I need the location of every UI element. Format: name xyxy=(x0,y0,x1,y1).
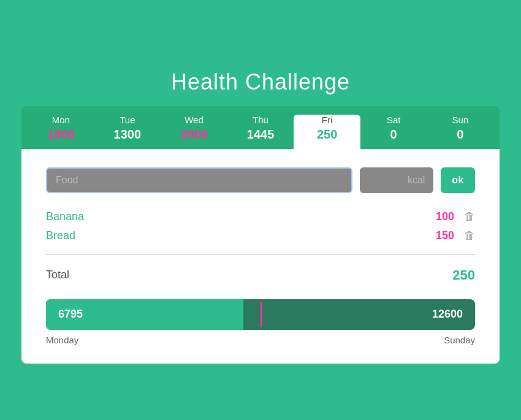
day-name: Thu xyxy=(227,115,294,125)
day-calories: 1445 xyxy=(227,128,294,142)
trash-icon[interactable]: 🗑 xyxy=(464,229,475,242)
day-calories: 0 xyxy=(360,128,427,142)
food-item-row: Banana100🗑 xyxy=(46,210,475,223)
app-title: Health Challenge xyxy=(21,57,500,106)
food-item-right: 150🗑 xyxy=(436,229,475,242)
progress-target-label: 12600 xyxy=(432,308,463,321)
food-item-name: Banana xyxy=(46,210,84,223)
day-name: Sun xyxy=(427,115,493,125)
day-item-wed[interactable]: Wed2000 xyxy=(161,115,227,149)
day-item-thu[interactable]: Thu1445 xyxy=(227,115,294,149)
total-row: Total 250 xyxy=(46,267,475,283)
main-content: ok Banana100🗑Bread150🗑 Total 250 6795126… xyxy=(21,149,500,364)
day-item-mon[interactable]: Mon1800 xyxy=(28,115,94,149)
day-calories: 2000 xyxy=(161,128,227,142)
food-item-kcal: 100 xyxy=(436,210,454,223)
divider xyxy=(46,254,475,255)
trash-icon[interactable]: 🗑 xyxy=(464,210,475,223)
day-item-fri[interactable]: Fri250 xyxy=(294,115,360,149)
day-calories: 1800 xyxy=(28,128,94,142)
week-start-label: Monday xyxy=(46,335,78,345)
day-name: Wed xyxy=(161,115,227,125)
progress-bar: 679512600 xyxy=(46,299,475,330)
kcal-input[interactable] xyxy=(360,167,433,193)
total-value: 250 xyxy=(452,267,475,283)
food-item-name: Bread xyxy=(46,229,75,242)
progress-marker xyxy=(260,302,262,327)
food-list: Banana100🗑Bread150🗑 xyxy=(46,210,475,242)
day-calories: 250 xyxy=(294,128,360,142)
day-item-sat[interactable]: Sat0 xyxy=(360,115,427,149)
day-calories: 0 xyxy=(427,128,493,142)
day-item-tue[interactable]: Tue1300 xyxy=(94,115,161,149)
food-item-row: Bread150🗑 xyxy=(46,229,475,242)
food-item-kcal: 150 xyxy=(436,229,454,242)
food-item-right: 100🗑 xyxy=(436,210,475,223)
day-name: Sat xyxy=(360,115,427,125)
food-input-row: ok xyxy=(46,167,475,193)
week-end-label: Sunday xyxy=(444,335,475,345)
progress-current-label: 6795 xyxy=(58,308,83,321)
day-name: Tue xyxy=(94,115,161,125)
day-name: Mon xyxy=(28,115,94,125)
app-container: Health Challenge Mon1800Tue1300Wed2000Th… xyxy=(21,57,500,364)
food-input[interactable] xyxy=(46,167,352,193)
week-bar: Mon1800Tue1300Wed2000Thu1445Fri250Sat0Su… xyxy=(21,106,500,149)
progress-fill: 6795 xyxy=(46,299,243,330)
day-calories: 1300 xyxy=(94,128,161,142)
progress-remainder: 12600 xyxy=(243,299,475,330)
week-labels: Monday Sunday xyxy=(46,335,475,345)
day-name: Fri xyxy=(294,115,360,125)
total-label: Total xyxy=(46,269,69,281)
ok-button[interactable]: ok xyxy=(441,167,475,193)
day-item-sun[interactable]: Sun0 xyxy=(427,115,493,149)
